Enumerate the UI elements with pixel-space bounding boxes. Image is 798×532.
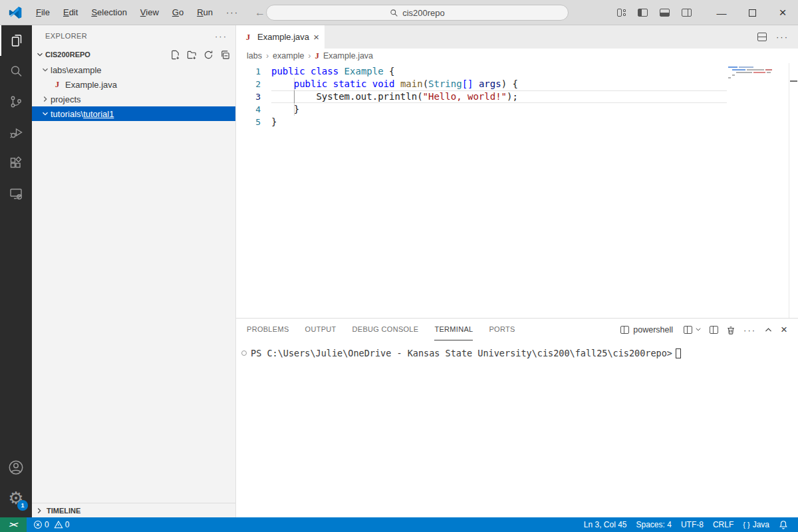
- search-sidebar-icon[interactable]: [0, 56, 32, 86]
- menu-edit[interactable]: Edit: [57, 0, 84, 25]
- minimap[interactable]: [728, 66, 788, 80]
- tree-item-label-prefix: tutorials\: [51, 109, 83, 119]
- java-file-icon: J: [52, 79, 63, 90]
- close-panel-icon[interactable]: ×: [781, 323, 787, 336]
- breadcrumb-item[interactable]: labs: [247, 51, 262, 61]
- tab-example-java[interactable]: J Example.java ×: [236, 25, 325, 49]
- menu-view[interactable]: View: [134, 0, 166, 25]
- shell-name: powershell: [633, 325, 673, 334]
- new-terminal-icon[interactable]: [684, 326, 692, 334]
- chevron-right-icon: [35, 506, 44, 515]
- panel-tab-ports[interactable]: PORTS: [489, 319, 515, 340]
- split-terminal-icon[interactable]: [710, 326, 718, 334]
- indentation-status[interactable]: Spaces: 4: [632, 517, 676, 532]
- tree-item-label: tutorial1: [83, 109, 114, 119]
- menu-selection[interactable]: Selection: [84, 0, 133, 25]
- terminal-icon: [620, 326, 629, 334]
- toggle-secondary-sidebar-icon[interactable]: [682, 9, 692, 17]
- menu-bar: FileEditSelectionViewGoRun: [29, 0, 219, 25]
- new-folder-icon[interactable]: [187, 50, 197, 60]
- menu-file[interactable]: File: [29, 0, 57, 25]
- window-close-button[interactable]: ×: [767, 0, 798, 25]
- code-editor[interactable]: 1public class Example {2 public static v…: [236, 63, 798, 318]
- notifications-bell-icon[interactable]: [774, 517, 793, 532]
- tab-close-icon[interactable]: ×: [313, 31, 319, 43]
- panel-more-actions-icon[interactable]: ···: [743, 325, 756, 335]
- code-line-2[interactable]: 2 public static void main(String[] args)…: [236, 78, 798, 90]
- split-editor-icon[interactable]: [757, 33, 767, 41]
- bottom-panel: PROBLEMSOUTPUTDEBUG CONSOLETERMINALPORTS…: [236, 318, 798, 517]
- command-center-search[interactable]: cis200repo: [266, 5, 569, 21]
- maximize-panel-icon[interactable]: [764, 326, 773, 334]
- new-file-icon[interactable]: [170, 50, 180, 60]
- menu-run[interactable]: Run: [190, 0, 219, 25]
- terminal-profile-chevron-icon[interactable]: [695, 326, 702, 334]
- vscode-logo-icon: [8, 5, 23, 20]
- remote-indicator[interactable]: ><: [0, 517, 27, 532]
- activity-bar: ⚙ 1: [0, 25, 32, 517]
- tree-item-labs-example[interactable]: labs\example: [32, 63, 235, 77]
- terminal[interactable]: PS C:\Users\Julie\OneDrive - Kansas Stat…: [236, 341, 798, 517]
- code-line-1[interactable]: 1public class Example {: [236, 65, 798, 78]
- indent-guide: [294, 90, 295, 103]
- toggle-panel-icon[interactable]: [660, 9, 670, 17]
- window-maximize-button[interactable]: [737, 0, 767, 25]
- problems-status[interactable]: 0 0: [27, 517, 74, 532]
- status-bar: >< 0 0 Ln 3, Col 45 Spaces: 4 UTF-8 CRLF…: [0, 517, 798, 532]
- tree-item-example-java[interactable]: J Example.java: [32, 77, 235, 92]
- menu-more-button[interactable]: ···: [219, 7, 245, 17]
- code-line-3[interactable]: 3 System.out.println("Hello, world!");: [236, 90, 798, 103]
- explorer-icon[interactable]: [0, 25, 32, 56]
- panel-tab-output[interactable]: OUTPUT: [305, 319, 336, 340]
- warning-icon: [54, 520, 63, 529]
- breadcrumb: labs › example › J Example.java: [236, 49, 798, 63]
- menu-go[interactable]: Go: [166, 0, 190, 25]
- indent-guide: [294, 103, 295, 116]
- explorer-more-button[interactable]: ···: [215, 31, 227, 41]
- workspace-section-header[interactable]: CIS200REPO: [32, 47, 235, 63]
- editor-more-actions-icon[interactable]: ···: [776, 32, 789, 42]
- chevron-right-icon: [41, 94, 50, 104]
- panel-tab-problems[interactable]: PROBLEMS: [247, 319, 289, 340]
- panel-tab-terminal[interactable]: TERMINAL: [434, 319, 473, 340]
- collapse-all-icon[interactable]: [220, 50, 230, 60]
- eol-status[interactable]: CRLF: [708, 517, 738, 532]
- sidebar-title: EXPLORER: [45, 32, 87, 40]
- command-decoration-icon[interactable]: [241, 350, 247, 356]
- source-control-icon[interactable]: [0, 86, 32, 117]
- code-line-5[interactable]: 5}: [236, 116, 798, 128]
- breadcrumb-item[interactable]: example: [273, 51, 304, 61]
- tree-item-tutorials-tutorial1[interactable]: tutorials\tutorial1: [32, 106, 235, 121]
- chevron-down-icon: [41, 109, 50, 118]
- terminal-cursor: [676, 348, 681, 358]
- timeline-label: TIMELINE: [47, 507, 80, 515]
- tree-item-projects[interactable]: projects: [32, 92, 235, 106]
- tree-item-label: Example.java: [65, 80, 117, 90]
- editor-scrollbar[interactable]: [789, 63, 798, 318]
- panel-tab-debug-console[interactable]: DEBUG CONSOLE: [352, 319, 419, 340]
- customize-layout-icon[interactable]: [617, 9, 626, 17]
- run-debug-icon[interactable]: [0, 117, 32, 148]
- breadcrumb-item[interactable]: Example.java: [323, 51, 373, 61]
- code-lines: 1public class Example {2 public static v…: [236, 63, 798, 128]
- window-minimize-button[interactable]: —: [706, 0, 737, 25]
- kill-terminal-icon[interactable]: [726, 325, 735, 335]
- chevron-down-icon: [41, 65, 50, 74]
- line-number: 1: [236, 65, 271, 78]
- settings-gear-icon[interactable]: ⚙ 1: [0, 483, 32, 513]
- encoding-status[interactable]: UTF-8: [676, 517, 708, 532]
- refresh-icon[interactable]: [203, 50, 213, 60]
- cursor-position-status[interactable]: Ln 3, Col 45: [579, 517, 632, 532]
- language-status[interactable]: { } Java: [738, 517, 774, 532]
- timeline-section-header[interactable]: TIMELINE: [32, 503, 235, 517]
- nav-back-icon[interactable]: ←: [255, 7, 265, 19]
- explorer-sidebar: EXPLORER ··· CIS200REPO labs\example J E…: [32, 25, 236, 517]
- cursor-position-marker: [790, 80, 797, 82]
- remote-explorer-icon[interactable]: [0, 178, 32, 209]
- toggle-sidebar-icon[interactable]: [638, 9, 648, 17]
- code-line-4[interactable]: 4 }: [236, 103, 798, 116]
- accounts-icon[interactable]: [0, 452, 32, 483]
- extensions-icon[interactable]: [0, 148, 32, 178]
- panel-tab-bar: PROBLEMSOUTPUTDEBUG CONSOLETERMINALPORTS…: [236, 319, 798, 341]
- search-icon: [390, 9, 398, 17]
